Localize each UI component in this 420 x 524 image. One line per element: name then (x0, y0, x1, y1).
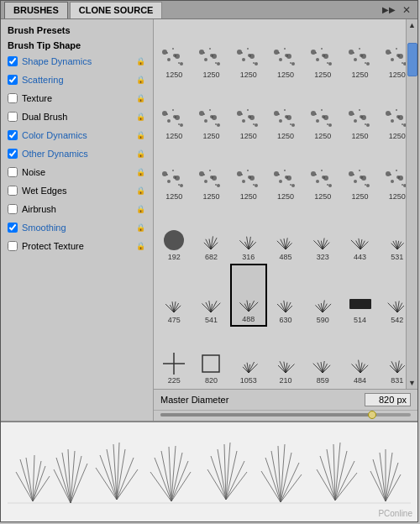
svg-point-17 (255, 62, 258, 66)
svg-point-165 (386, 171, 391, 176)
brush-cell[interactable]: 475 (155, 264, 192, 326)
brush-num: 484 (354, 377, 366, 385)
brush-cell[interactable]: 1250 (155, 81, 192, 142)
checkbox-wet-edges[interactable] (8, 186, 18, 196)
brush-option-airbrush[interactable]: Airbrush (1, 200, 153, 218)
brush-option-protect-texture[interactable]: Protect Texture (1, 237, 153, 255)
checkbox-airbrush[interactable] (8, 204, 18, 214)
brush-cell[interactable]: 1250 (341, 21, 378, 81)
brush-num: 1250 (352, 133, 369, 140)
brush-cell[interactable]: 1250 (192, 21, 229, 81)
brush-cell[interactable]: 1250 (155, 21, 192, 81)
brush-option-color-dynamics[interactable]: Color Dynamics (1, 126, 153, 144)
brush-option-other-dynamics[interactable]: Other Dynamics (1, 144, 153, 163)
brush-cell[interactable]: 1250 (267, 81, 304, 142)
brush-num: 1250 (352, 71, 369, 79)
brush-num: 831 (391, 377, 403, 385)
svg-point-53 (386, 50, 391, 55)
brush-cell[interactable]: 820 (192, 327, 229, 387)
brush-num: 443 (354, 254, 366, 261)
svg-point-79 (248, 115, 251, 118)
brush-option-noise[interactable]: Noise (1, 163, 153, 181)
label-smoothing: Smoothing (22, 223, 133, 233)
checkbox-smoothing[interactable] (8, 223, 18, 233)
brush-cell[interactable]: 1250 (341, 143, 378, 203)
brush-cell[interactable]: 485 (267, 203, 304, 264)
brush-cell[interactable]: 1053 (230, 327, 267, 387)
brush-option-texture[interactable]: Texture (1, 89, 153, 107)
brush-cell[interactable]: 1250 (267, 143, 304, 203)
brush-cell[interactable]: 484 (341, 327, 378, 387)
svg-point-91 (321, 109, 323, 111)
brush-cell[interactable]: 316 (230, 203, 267, 264)
brush-option-dual-brush[interactable]: Dual Brush (1, 107, 153, 126)
svg-point-81 (291, 123, 295, 127)
lock-icon-wet-edges (134, 185, 146, 196)
svg-point-108 (391, 119, 394, 123)
brush-cell[interactable]: 1250 (304, 21, 341, 81)
scroll-thumb[interactable] (407, 43, 417, 76)
brush-grid[interactable]: 1250125012501250125012501250125012501250… (154, 19, 417, 389)
svg-point-147 (321, 170, 323, 171)
brush-cell[interactable]: 1250 (230, 81, 267, 142)
brush-cell[interactable]: 590 (304, 264, 341, 326)
brush-cell[interactable]: 192 (155, 203, 192, 264)
brush-cell[interactable]: 1250 (267, 21, 304, 81)
svg-point-41 (366, 62, 370, 66)
scroll-up-arrow[interactable]: ▲ (407, 19, 417, 31)
checkbox-other-dynamics[interactable] (8, 149, 18, 159)
brush-cell[interactable]: 541 (192, 264, 229, 326)
svg-point-100 (354, 119, 357, 123)
panel-close[interactable]: ✕ (399, 4, 414, 16)
svg-point-38 (327, 62, 328, 64)
checkbox-scattering[interactable] (8, 75, 18, 85)
brush-cell[interactable]: 682 (192, 203, 229, 264)
tab-clone-source[interactable]: CLONE SOURCE (70, 2, 163, 18)
brush-option-scattering[interactable]: Scattering (1, 71, 153, 89)
svg-point-29 (274, 50, 279, 55)
svg-point-23 (248, 54, 251, 57)
scrollbar[interactable]: ▲ ▼ (406, 19, 417, 389)
svg-rect-235 (349, 299, 371, 309)
checkbox-texture[interactable] (8, 93, 18, 103)
checkbox-dual-brush[interactable] (8, 112, 18, 122)
brush-cell[interactable]: 225 (155, 327, 192, 387)
svg-point-142 (290, 184, 291, 186)
svg-point-86 (290, 123, 291, 125)
brush-cell[interactable]: 1250 (304, 143, 341, 203)
checkbox-protect-texture[interactable] (8, 241, 18, 251)
brush-cell[interactable]: 1250 (192, 143, 229, 203)
svg-point-123 (209, 170, 211, 171)
brush-cell[interactable]: 210 (267, 327, 304, 387)
checkbox-shape-dynamics[interactable] (8, 56, 18, 66)
svg-point-115 (172, 170, 174, 171)
diameter-slider-thumb[interactable] (368, 411, 376, 419)
brush-cell[interactable]: 443 (341, 203, 378, 264)
svg-point-13 (199, 50, 204, 55)
brush-cell[interactable]: 1250 (304, 81, 341, 142)
brush-option-smoothing[interactable]: Smoothing (1, 218, 153, 237)
scroll-down-arrow[interactable]: ▼ (407, 377, 417, 389)
brush-cell[interactable]: 514 (341, 264, 378, 326)
brush-cell[interactable]: 323 (304, 203, 341, 264)
svg-point-99 (359, 109, 360, 111)
brush-cell[interactable]: 1250 (192, 81, 229, 142)
checkbox-noise[interactable] (8, 167, 18, 177)
brush-cell[interactable]: 1250 (230, 21, 267, 81)
tab-brushes[interactable]: BRUSHES (4, 2, 68, 18)
brush-cell[interactable]: 488 (230, 264, 267, 326)
checkbox-color-dynamics[interactable] (8, 130, 18, 140)
panel-menu-arrow[interactable]: ▶▶ (379, 5, 399, 14)
brush-cell[interactable]: 859 (304, 327, 341, 387)
diameter-slider-track[interactable] (160, 413, 411, 417)
svg-point-14 (215, 62, 217, 64)
svg-point-45 (349, 50, 354, 55)
brush-option-shape-dynamics[interactable]: Shape Dynamics (1, 52, 153, 71)
brush-cell[interactable]: 1250 (230, 143, 267, 203)
brush-presets-header[interactable]: Brush Presets (1, 23, 153, 39)
brush-cell[interactable]: 630 (267, 264, 304, 326)
svg-point-39 (322, 54, 325, 57)
brush-cell[interactable]: 1250 (155, 143, 192, 203)
brush-option-wet-edges[interactable]: Wet Edges (1, 181, 153, 200)
brush-cell[interactable]: 1250 (341, 81, 378, 142)
